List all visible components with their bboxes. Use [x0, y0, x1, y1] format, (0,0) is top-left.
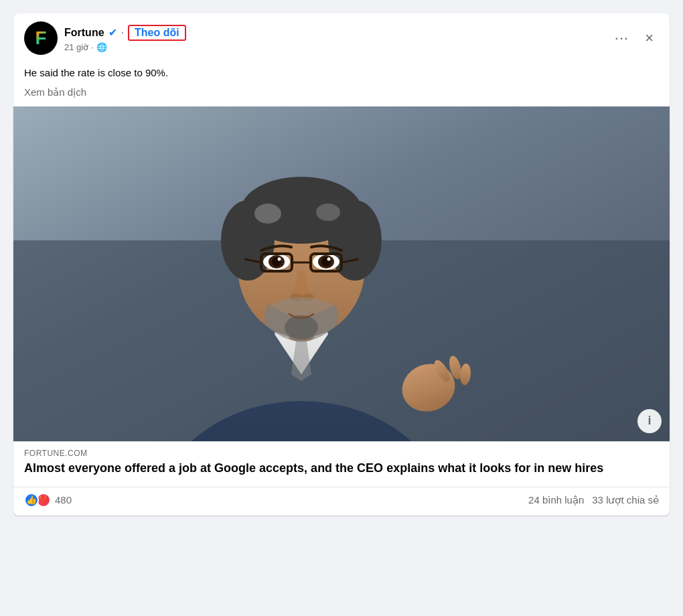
post-card: F Fortune ✔ · Theo dõi 21 giờ · 🌐 ··· × … [13, 13, 670, 516]
globe-icon: 🌐 [96, 42, 107, 52]
article-image-svg [13, 106, 670, 441]
header-info: Fortune ✔ · Theo dõi 21 giờ · 🌐 [64, 25, 609, 52]
source-url: FORTUNE.COM [24, 449, 659, 458]
reaction-count[interactable]: 480 [55, 494, 72, 506]
svg-point-20 [327, 257, 331, 260]
more-options-button[interactable]: ··· [609, 27, 634, 50]
svg-point-11 [316, 204, 340, 221]
avatar-letter: F [35, 27, 46, 49]
translate-link[interactable]: Xem bản dịch [13, 84, 670, 106]
page-avatar[interactable]: F [24, 21, 58, 55]
comments-count[interactable]: 24 bình luận [528, 494, 584, 506]
article-meta: FORTUNE.COM Almost everyone offered a jo… [13, 441, 670, 487]
reaction-icons: 👍 ❤️ [24, 493, 51, 508]
close-button[interactable]: × [639, 27, 659, 50]
post-stats: 24 bình luận 33 lượt chia sẻ [528, 494, 659, 506]
thumbs-up-reaction: 👍 [24, 493, 39, 508]
verified-icon: ✔ [108, 26, 117, 39]
reactions-section: 👍 ❤️ 480 [24, 493, 72, 508]
svg-point-10 [254, 204, 281, 224]
shares-count[interactable]: 33 lượt chia sẻ [592, 494, 659, 506]
article-title[interactable]: Almost everyone offered a job at Google … [24, 461, 659, 484]
post-time: 21 giờ [64, 42, 88, 52]
svg-point-15 [278, 257, 281, 260]
header-actions: ··· × [609, 27, 659, 50]
follow-button[interactable]: Theo dõi [128, 25, 186, 41]
page-name[interactable]: Fortune [64, 27, 104, 39]
post-image-container: i [13, 106, 670, 441]
post-footer: 👍 ❤️ 480 24 bình luận 33 lượt chia sẻ [13, 487, 670, 516]
post-header: F Fortune ✔ · Theo dõi 21 giờ · 🌐 ··· × [13, 13, 670, 60]
meta-row: 21 giờ · 🌐 [64, 42, 609, 52]
svg-point-28 [285, 315, 318, 339]
post-text: He said the rate is close to 90%. [13, 60, 670, 84]
info-badge[interactable]: i [637, 409, 662, 433]
name-row: Fortune ✔ · Theo dõi [64, 25, 609, 41]
dot-separator: · [121, 27, 124, 39]
dot-meta: · [91, 42, 94, 52]
post-image: i [13, 106, 670, 441]
